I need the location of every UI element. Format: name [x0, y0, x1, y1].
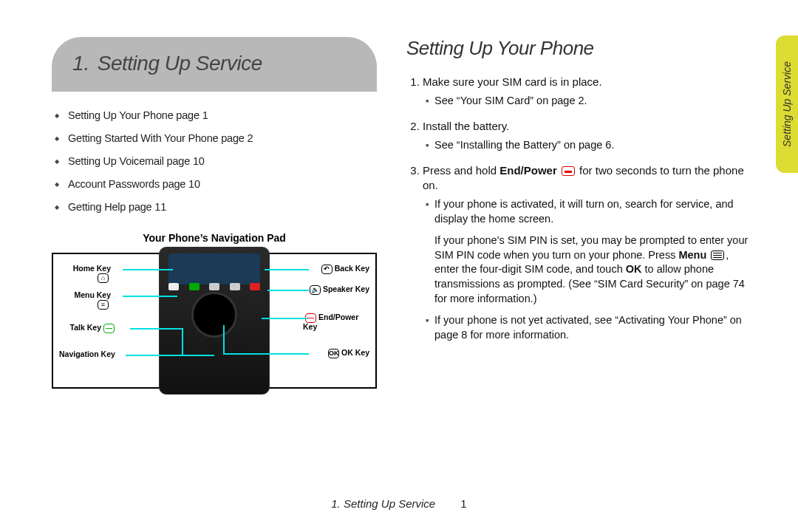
- right-column: Setting Up Your Phone Make sure your SIM…: [406, 37, 754, 502]
- step-2-sub: See “Installing the Battery” on page 6.: [426, 138, 754, 153]
- speaker-icon: 🔈: [310, 285, 321, 295]
- menu-icon: ≡: [98, 300, 109, 310]
- step-3: Press and hold End/Power for two seconds…: [423, 163, 754, 343]
- end-key-graphic: [250, 283, 260, 290]
- navpad-title: Your Phone’s Navigation Pad: [52, 232, 377, 244]
- label-home-key: Home Key⌂: [59, 265, 111, 283]
- speaker-key-graphic: [230, 283, 240, 290]
- bold-endpower: End/Power: [499, 164, 557, 177]
- chapter-heading: 1. Setting Up Service: [52, 37, 377, 92]
- callout-line: [182, 328, 183, 355]
- label-endpower-key: ―End/Power Key: [303, 313, 369, 332]
- step-3-sub-b: If your phone's SIM PIN is set, you may …: [426, 233, 754, 306]
- back-key-graphic: [209, 283, 219, 290]
- callout-line: [223, 325, 225, 355]
- home-icon: ⌂: [98, 273, 109, 283]
- toc-item: Account Passwords page 10: [68, 178, 377, 190]
- callout-line: [130, 328, 182, 330]
- back-icon: ↶: [321, 265, 332, 274]
- menu-inline-icon: [711, 250, 724, 260]
- callout-line: [223, 353, 309, 355]
- dpad-graphic: [191, 292, 237, 338]
- label-menu-key: Menu Key≡: [59, 291, 111, 310]
- label-back-key: ↶Back Key: [319, 265, 369, 274]
- bold-ok: OK: [626, 263, 642, 275]
- talk-icon: ―: [103, 324, 115, 333]
- toc-item: Getting Started With Your Phone page 2: [68, 132, 377, 144]
- label-talk-key: Talk Key―: [59, 324, 117, 333]
- phone-graphic: [159, 247, 270, 395]
- ok-icon: OK: [328, 349, 339, 358]
- manual-page: 1. Setting Up Service Setting Up Your Ph…: [0, 0, 798, 532]
- footer-page-number: 1: [460, 497, 466, 510]
- step-1-sub: See “Your SIM Card” on page 2.: [426, 94, 754, 109]
- step-3-sub-a: If your phone is activated, it will turn…: [426, 197, 754, 226]
- toc-list: Setting Up Your Phone page 1 Getting Sta…: [52, 109, 377, 213]
- steps-list: Make sure your SIM card is in place. See…: [406, 75, 754, 342]
- chapter-number: 1.: [72, 52, 89, 75]
- page-footer: 1. Setting Up Service 1: [0, 497, 798, 510]
- callout-line: [126, 355, 214, 356]
- side-tab-label: Setting Up Service: [781, 61, 793, 147]
- label-speaker-key: 🔈Speaker Key: [307, 285, 369, 295]
- toc-item: Getting Help page 11: [68, 201, 377, 213]
- endpower-inline-icon: [562, 166, 575, 176]
- label-ok-key: OKOK Key: [326, 349, 369, 358]
- left-column: 1. Setting Up Service Setting Up Your Ph…: [52, 37, 377, 502]
- toc-item: Setting Up Your Phone page 1: [68, 109, 377, 121]
- talk-key-graphic: [189, 283, 200, 290]
- toc-item: Setting Up Voicemail page 10: [68, 155, 377, 167]
- footer-chapter: 1. Setting Up Service: [331, 497, 435, 510]
- navpad-diagram: Home Key⌂ Menu Key≡ Talk Key― Navigation…: [52, 253, 377, 389]
- step-2: Install the battery. See “Installing the…: [423, 119, 754, 153]
- callout-line: [123, 296, 177, 297]
- callout-line: [123, 269, 173, 270]
- phone-key-row: [168, 283, 260, 292]
- side-tab: Setting Up Service: [776, 35, 798, 173]
- callout-line: [262, 318, 307, 319]
- chapter-title: Setting Up Service: [98, 52, 262, 75]
- label-nav-key: Navigation Key: [59, 350, 115, 359]
- bold-menu: Menu: [678, 249, 706, 261]
- home-key-graphic: [168, 283, 179, 290]
- section-title: Setting Up Your Phone: [406, 37, 754, 60]
- step-3-sub-c: If your phone is not yet activated, see …: [426, 313, 754, 342]
- step-1: Make sure your SIM card is in place. See…: [423, 75, 754, 109]
- callout-line: [265, 269, 309, 270]
- callout-line: [267, 290, 309, 291]
